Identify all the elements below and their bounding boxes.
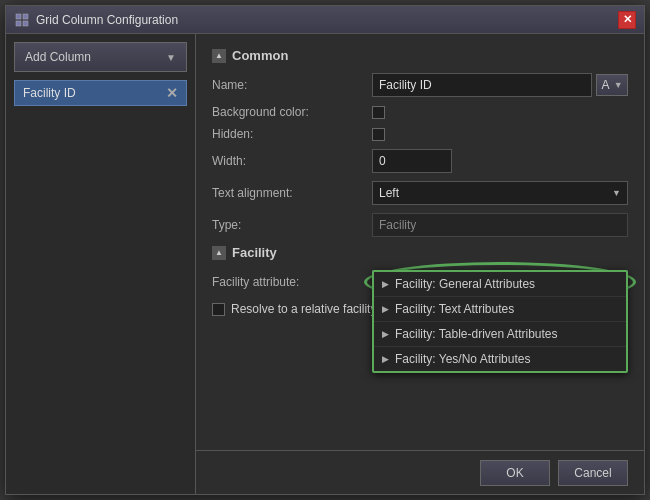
dialog-footer: OK Cancel (196, 450, 644, 494)
right-scroll[interactable]: ▲ Common Name: A ▼ Backgr (196, 34, 644, 450)
dropdown-item-label: Facility: General Attributes (395, 277, 535, 291)
dropdown-item-table[interactable]: ▶ Facility: Table-driven Attributes (374, 322, 626, 347)
common-collapse-icon[interactable]: ▲ (212, 49, 226, 63)
text-align-row: Text alignment: Left ▼ (212, 181, 628, 205)
svg-rect-0 (16, 14, 21, 19)
hidden-label: Hidden: (212, 127, 372, 141)
bg-color-row: Background color: (212, 105, 628, 119)
list-item-clear-icon[interactable]: ✕ (166, 85, 178, 101)
name-label: Name: (212, 78, 372, 92)
close-button[interactable]: ✕ (618, 11, 636, 29)
type-label: Type: (212, 218, 372, 232)
dialog-icon (14, 12, 30, 28)
dropdown-item-arrow-icon: ▶ (382, 329, 389, 339)
a-font-label: A (602, 78, 610, 92)
facility-attr-dropdown-list: ▶ Facility: General Attributes ▶ Facilit… (372, 270, 628, 373)
svg-rect-2 (16, 21, 21, 26)
dialog-title: Grid Column Configuration (36, 13, 618, 27)
text-align-select[interactable]: Left ▼ (372, 181, 628, 205)
bg-color-swatch[interactable] (372, 106, 385, 119)
type-text: Facility (379, 218, 416, 232)
resolve-checkbox[interactable] (212, 303, 225, 316)
width-input[interactable] (372, 149, 452, 173)
type-value-container: Facility (372, 213, 628, 237)
right-panel: ▲ Common Name: A ▼ Backgr (196, 34, 644, 494)
dropdown-item-label: Facility: Text Attributes (395, 302, 514, 316)
bg-color-value (372, 106, 628, 119)
title-bar: Grid Column Configuration ✕ (6, 6, 644, 34)
dropdown-item-label: Facility: Table-driven Attributes (395, 327, 558, 341)
facility-section-title: Facility (232, 245, 277, 260)
common-section-title: Common (232, 48, 288, 63)
svg-rect-3 (23, 21, 28, 26)
dropdown-item-arrow-icon: ▶ (382, 304, 389, 314)
list-item-text: Facility ID (23, 86, 166, 100)
text-align-label: Text alignment: (212, 186, 372, 200)
dropdown-item-general[interactable]: ▶ Facility: General Attributes (374, 272, 626, 297)
facility-section-header: ▲ Facility (212, 245, 628, 260)
name-input[interactable] (372, 73, 592, 97)
facility-section: ▲ Facility Facility attribute: Facility … (212, 245, 628, 316)
svg-rect-1 (23, 14, 28, 19)
facility-attr-row: Facility attribute: Facility Tag ▼ ▶ Fac… (212, 270, 628, 294)
common-section-header: ▲ Common (212, 48, 628, 63)
cancel-button[interactable]: Cancel (558, 460, 628, 486)
hidden-row: Hidden: (212, 127, 628, 141)
dropdown-item-yesno[interactable]: ▶ Facility: Yes/No Attributes (374, 347, 626, 371)
dropdown-item-label: Facility: Yes/No Attributes (395, 352, 530, 366)
resolve-label: Resolve to a relative facility (231, 302, 376, 316)
dialog-body: Add Column ▼ Facility ID ✕ ▲ Common Name… (6, 34, 644, 494)
text-align-selected: Left (379, 186, 399, 200)
name-value-container: A ▼ (372, 73, 628, 97)
add-column-arrow-icon: ▼ (166, 52, 176, 63)
text-align-value: Left ▼ (372, 181, 628, 205)
hidden-checkbox[interactable] (372, 128, 385, 141)
dropdown-item-text[interactable]: ▶ Facility: Text Attributes (374, 297, 626, 322)
hidden-checkbox-container (372, 128, 628, 141)
text-align-arrow-icon: ▼ (612, 188, 621, 198)
facility-attr-label: Facility attribute: (212, 275, 372, 289)
list-item[interactable]: Facility ID ✕ (14, 80, 187, 106)
add-column-button[interactable]: Add Column ▼ (14, 42, 187, 72)
type-display: Facility (372, 213, 628, 237)
left-panel: Add Column ▼ Facility ID ✕ (6, 34, 196, 494)
add-column-label: Add Column (25, 50, 91, 64)
dropdown-item-arrow-icon: ▶ (382, 354, 389, 364)
dialog: Grid Column Configuration ✕ Add Column ▼… (5, 5, 645, 495)
bg-color-label: Background color: (212, 105, 372, 119)
width-row: Width: (212, 149, 628, 173)
a-font-arrow-icon: ▼ (614, 80, 623, 90)
a-font-button[interactable]: A ▼ (596, 74, 628, 96)
facility-collapse-icon[interactable]: ▲ (212, 246, 226, 260)
width-value-container (372, 149, 628, 173)
facility-attr-dropdown-wrapper: Facility Tag ▼ ▶ Facility: General Attri… (372, 270, 628, 294)
dropdown-item-arrow-icon: ▶ (382, 279, 389, 289)
ok-button[interactable]: OK (480, 460, 550, 486)
width-label: Width: (212, 154, 372, 168)
type-row: Type: Facility (212, 213, 628, 237)
name-row: Name: A ▼ (212, 73, 628, 97)
